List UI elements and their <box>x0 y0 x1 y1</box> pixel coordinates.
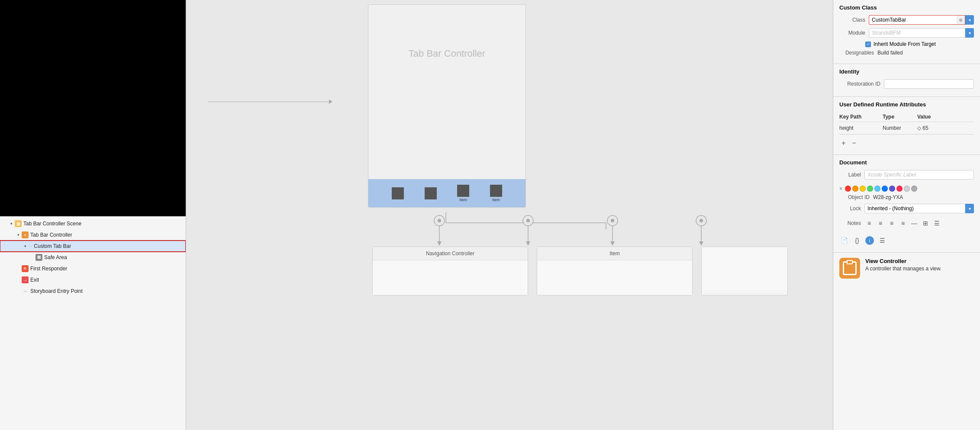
inherit-checkbox-row: Inherit Module From Target <box>839 41 974 47</box>
tab-item-3: Item <box>457 185 469 202</box>
svg-marker-15 <box>437 241 442 246</box>
color-dot-pink[interactable] <box>896 186 903 192</box>
doc-braces-icon[interactable]: {} <box>852 236 862 245</box>
document-section: Document Label Xcode Specific Label × <box>833 155 980 253</box>
extra-controller-box <box>701 247 788 295</box>
object-id-label: Object ID <box>839 194 870 200</box>
notes-align-justify[interactable]: ≡ <box>898 218 908 228</box>
color-dot-green[interactable] <box>867 186 873 192</box>
item-controller-label: Item <box>537 247 692 260</box>
color-dot-lightblue[interactable] <box>874 186 880 192</box>
udra-row-1[interactable]: height Number ◇ 65 <box>839 124 974 132</box>
tab-icon-3 <box>457 185 469 197</box>
class-dropdown-btn[interactable]: ▾ <box>965 15 974 25</box>
tree-item-scene[interactable]: ⊞ Tab Bar Controller Scene <box>0 218 186 229</box>
tree-item-exit[interactable]: → Exit <box>0 274 186 286</box>
object-id-row: Object ID W28-zg-YXA <box>839 194 974 200</box>
color-dot-yellow[interactable] <box>860 186 866 192</box>
module-input[interactable]: StrandsBFM <box>869 28 965 38</box>
lock-label: Lock <box>839 205 861 212</box>
svg-marker-18 <box>699 241 703 246</box>
right-panel: Custom Class Class CustomTabBar ⊗ ▾ Modu… <box>833 0 980 430</box>
first-responder-label: First Responder <box>30 266 67 272</box>
tab-icon-2 <box>425 187 437 199</box>
left-panel: ⊞ Tab Bar Controller Scene ≡ Tab Bar Con… <box>0 0 186 430</box>
notes-align-center[interactable]: ≡ <box>876 218 885 228</box>
notes-icons: ≡ ≡ ≡ ≡ — ⊞ ☰ <box>864 217 941 230</box>
module-dropdown-btn[interactable]: ▾ <box>965 28 974 38</box>
tree-item-safe-area[interactable]: ⬜ Safe Area <box>0 252 186 263</box>
svg-point-7 <box>607 215 618 226</box>
restoration-id-row: Restoration ID <box>839 79 974 89</box>
doc-label-placeholder: Xcode Specific Label <box>867 172 916 178</box>
doc-label-input[interactable]: Xcode Specific Label <box>864 170 974 180</box>
inherit-checkbox[interactable] <box>865 42 871 47</box>
view-controller-info: View Controller A controller that manage… <box>833 253 980 284</box>
class-field-value: CustomTabBar ⊗ ▾ <box>869 15 974 25</box>
color-dot-blue[interactable] <box>882 186 888 192</box>
class-input[interactable]: CustomTabBar <box>869 15 957 25</box>
vc-title: View Controller <box>865 258 941 264</box>
svg-point-4 <box>438 219 441 222</box>
nav-controller-body <box>373 260 528 295</box>
dots-icon: ··· <box>29 244 32 249</box>
lock-value[interactable]: Inherited - (Nothing) <box>864 204 965 213</box>
notes-align-left[interactable]: ≡ <box>864 218 874 228</box>
tabbar-ctrl-label: Tab Bar Controller <box>30 232 72 238</box>
designables-row: Designables Build failed <box>839 50 974 56</box>
user-defined-title: User Defined Runtime Attributes <box>839 101 974 108</box>
tree-item-first-responder[interactable]: R First Responder <box>0 263 186 274</box>
tree-item-custom-tabbar[interactable]: ··· Custom Tab Bar <box>0 241 186 252</box>
color-dot-gray[interactable] <box>911 186 917 192</box>
plus-minus-row: + − <box>839 136 974 150</box>
entry-point-label: Storyboard Entry Point <box>30 288 83 294</box>
vc-icon <box>839 258 860 279</box>
tab-bar: Item Item <box>368 179 525 207</box>
lock-dropdown-btn[interactable]: ▾ <box>965 204 974 213</box>
color-dot-purple[interactable] <box>889 186 895 192</box>
class-clear-btn[interactable]: ⊗ <box>957 15 965 25</box>
svg-marker-16 <box>526 241 530 246</box>
tree-arrow-tabbar[interactable] <box>16 232 21 237</box>
color-dot-lightgray[interactable] <box>904 186 910 192</box>
notes-lines[interactable]: ☰ <box>932 218 941 228</box>
class-input-with-btn: CustomTabBar ⊗ ▾ <box>869 15 974 25</box>
vc-text: View Controller A controller that manage… <box>865 258 941 272</box>
module-value-text: StrandsBFM <box>872 30 901 36</box>
restoration-id-input[interactable] <box>884 79 974 89</box>
tree-item-tabbar[interactable]: ≡ Tab Bar Controller <box>0 229 186 241</box>
tree-arrow-scene[interactable] <box>9 221 14 226</box>
tree-arrow-custom[interactable] <box>23 244 28 249</box>
doc-circle-icon[interactable]: i <box>865 236 874 245</box>
module-field-row: Module StrandsBFM ▾ <box>839 28 974 38</box>
add-attribute-btn[interactable]: + <box>839 139 848 148</box>
tab-icon-4 <box>490 185 502 197</box>
user-defined-section: User Defined Runtime Attributes Key Path… <box>833 97 980 155</box>
tab-item-4: Item <box>490 185 502 202</box>
nav-controller-label: Navigation Controller <box>373 247 528 260</box>
first-responder-icon: R <box>22 265 29 272</box>
remove-attribute-btn[interactable]: − <box>850 139 858 148</box>
tree-item-entry-point[interactable]: → Storyboard Entry Point <box>0 286 186 297</box>
notes-grid[interactable]: ⊞ <box>921 218 930 228</box>
udra-type-1: Number <box>883 125 917 131</box>
document-title: Document <box>839 159 974 166</box>
vc-icon-inner <box>843 261 857 275</box>
color-x-btn[interactable]: × <box>839 186 842 192</box>
notes-dash[interactable]: — <box>909 218 919 228</box>
designables-value: Build failed <box>877 50 903 56</box>
notes-align-right[interactable]: ≡ <box>887 218 896 228</box>
identity-section: Identity Restoration ID <box>833 64 980 97</box>
colors-row: × <box>839 183 974 194</box>
object-id-value: W28-zg-YXA <box>873 194 903 200</box>
color-dot-orange[interactable] <box>852 186 858 192</box>
udra-value-1: ◇ 65 <box>917 125 974 131</box>
notes-row: Notes ≡ ≡ ≡ ≡ — ⊞ ☰ <box>839 217 974 230</box>
doc-file-icon[interactable]: 📄 <box>839 236 849 245</box>
doc-list-icon[interactable]: ☰ <box>877 236 887 245</box>
col-type: Type <box>883 114 917 120</box>
phone-mockup: Tab Bar Controller Item Item <box>368 4 526 208</box>
color-dot-red[interactable] <box>845 186 851 192</box>
doc-label-row: Label Xcode Specific Label <box>839 170 974 180</box>
udra-table-header: Key Path Type Value <box>839 112 974 122</box>
